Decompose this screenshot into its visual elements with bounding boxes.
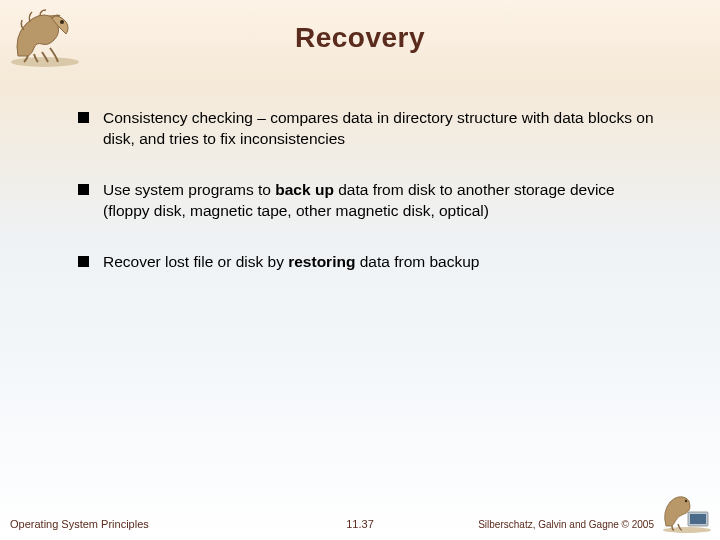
bullet-item: Recover lost file or disk by restoring d… bbox=[78, 252, 660, 273]
slide: Recovery Consistency checking – compares… bbox=[0, 0, 720, 540]
bold-text: back up bbox=[275, 181, 334, 198]
svg-point-5 bbox=[685, 500, 687, 502]
footer-copyright: Silberschatz, Galvin and Gagne © 2005 bbox=[478, 519, 654, 530]
content-area: Consistency checking – compares data in … bbox=[78, 108, 660, 303]
dinosaur-computer-logo-icon bbox=[660, 490, 714, 534]
plain-text: Use system programs to bbox=[103, 181, 275, 198]
footer-left-text: Operating System Principles bbox=[10, 518, 149, 530]
page-title: Recovery bbox=[0, 22, 720, 54]
bullet-text: Recover lost file or disk by restoring d… bbox=[103, 252, 660, 273]
footer: Operating System Principles 11.37 Silber… bbox=[0, 510, 720, 530]
bullet-marker-icon bbox=[78, 184, 89, 195]
plain-text: data from backup bbox=[355, 253, 479, 270]
plain-text: Recover lost file or disk by bbox=[103, 253, 288, 270]
bullet-text: Use system programs to back up data from… bbox=[103, 180, 660, 222]
svg-point-2 bbox=[663, 527, 711, 533]
bold-text: restoring bbox=[288, 253, 355, 270]
svg-rect-4 bbox=[690, 514, 706, 524]
footer-page-number: 11.37 bbox=[346, 518, 374, 530]
bullet-marker-icon bbox=[78, 112, 89, 123]
bullet-text: Consistency checking – compares data in … bbox=[103, 108, 660, 150]
bullet-marker-icon bbox=[78, 256, 89, 267]
plain-text: Consistency checking – compares data in … bbox=[103, 109, 654, 147]
bullet-item: Consistency checking – compares data in … bbox=[78, 108, 660, 150]
bullet-item: Use system programs to back up data from… bbox=[78, 180, 660, 222]
